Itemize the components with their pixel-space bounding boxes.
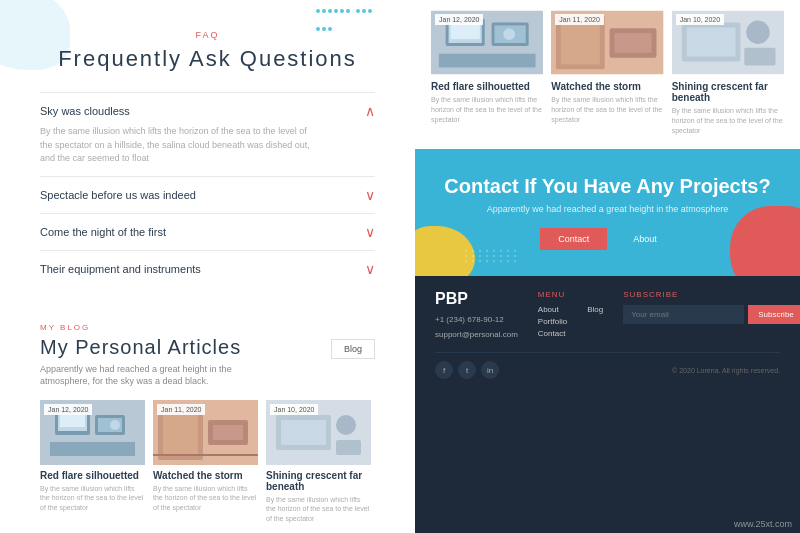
footer-subscribe-button[interactable]: Subscribe xyxy=(748,305,800,324)
svg-point-17 xyxy=(336,415,356,435)
blog-card-title-2: Watched the storm xyxy=(153,470,258,481)
svg-rect-12 xyxy=(213,425,243,440)
right-panel: Jan 12, 2020 Red flare silhouetted By th… xyxy=(415,0,800,533)
faq-item-header-3[interactable]: Come the night of the first ∨ xyxy=(40,224,375,240)
footer-grid: PBP +1 (234) 678-90-12 support@personal.… xyxy=(435,290,780,342)
contact-buttons: Contact About xyxy=(435,228,780,250)
footer-email: support@personal.com xyxy=(435,328,518,342)
faq-expand-icon-4: ∨ xyxy=(365,261,375,277)
faq-item-title-2: Spectacle before us was indeed xyxy=(40,189,196,201)
footer-brand-name: PBP xyxy=(435,290,518,308)
faq-item-title-1: Sky was cloudless xyxy=(40,105,130,117)
svg-rect-29 xyxy=(561,21,600,65)
footer-blog-col: . Blog xyxy=(587,290,603,342)
faq-item-title-4: Their equipment and instruments xyxy=(40,263,201,275)
footer-bottom: f t in © 2020 Lorena. All rights reserve… xyxy=(435,361,780,379)
twitter-icon[interactable]: t xyxy=(458,361,476,379)
svg-point-25 xyxy=(503,28,515,40)
svg-rect-36 xyxy=(744,48,775,66)
footer-email-input[interactable] xyxy=(623,305,744,324)
contact-button[interactable]: Contact xyxy=(540,228,607,250)
right-blog-card-date-1: Jan 12, 2020 xyxy=(435,14,483,25)
right-blog-card-date-2: Jan 11, 2020 xyxy=(555,14,603,25)
blog-button[interactable]: Blog xyxy=(331,339,375,359)
facebook-icon[interactable]: f xyxy=(435,361,453,379)
faq-item-1[interactable]: Sky was cloudless ∧ By the same illusion… xyxy=(40,92,375,176)
footer-subscribe-form: Subscribe xyxy=(623,305,800,324)
svg-rect-34 xyxy=(686,27,735,56)
blog-card-date-3: Jan 10, 2020 xyxy=(270,404,318,415)
faq-expand-icon-1: ∧ xyxy=(365,103,375,119)
blog-cards: Jan 12, 2020 Red flare silhouetted By th… xyxy=(40,400,375,524)
faq-item-header-2[interactable]: Spectacle before us was indeed ∨ xyxy=(40,187,375,203)
faq-item-2[interactable]: Spectacle before us was indeed ∨ xyxy=(40,176,375,213)
footer-social: f t in xyxy=(435,361,499,379)
footer-menu-portfolio[interactable]: Portfolio xyxy=(538,317,567,326)
contact-dots xyxy=(465,250,518,262)
footer-brand: PBP +1 (234) 678-90-12 support@personal.… xyxy=(435,290,518,342)
footer-subscribe-col: SUBSCRIBE Subscribe xyxy=(623,290,800,342)
svg-rect-18 xyxy=(336,440,361,455)
blog-card-image-2: Jan 11, 2020 xyxy=(153,400,258,465)
right-blog-card-text-1: By the same illusion which lifts the hor… xyxy=(431,95,543,124)
blog-section: MY BLOG My Personal Articles Blog Appare… xyxy=(0,307,415,534)
footer-menu-blog[interactable]: Blog xyxy=(587,305,603,314)
faq-item-header-1[interactable]: Sky was cloudless ∧ xyxy=(40,103,375,119)
blog-subtitle: Apparently we had reached a great height… xyxy=(40,363,260,388)
contact-title: Contact If You Have Any Projects? xyxy=(435,175,780,198)
right-blog-card-text-2: By the same illusion which lifts the hor… xyxy=(551,95,663,124)
svg-rect-31 xyxy=(615,33,652,53)
blog-card-text-1: By the same illusion which lifts the hor… xyxy=(40,484,145,513)
faq-item-content-1: By the same illusion which lifts the hor… xyxy=(40,125,320,166)
blog-card-1: Jan 12, 2020 Red flare silhouetted By th… xyxy=(40,400,145,524)
right-blog-card-title-3: Shining crescent far beneath xyxy=(672,81,784,103)
svg-rect-22 xyxy=(451,23,480,39)
blog-card-image-1: Jan 12, 2020 xyxy=(40,400,145,465)
blog-card-title-3: Shining crescent far beneath xyxy=(266,470,371,492)
footer-divider xyxy=(435,352,780,353)
right-blog-card-title-1: Red flare silhouetted xyxy=(431,81,543,92)
svg-rect-10 xyxy=(163,410,198,455)
faq-item-3[interactable]: Come the night of the first ∨ xyxy=(40,213,375,250)
right-blog-card-image-3: Jan 10, 2020 xyxy=(672,10,784,75)
blog-card-title-1: Red flare silhouetted xyxy=(40,470,145,481)
blog-header: My Personal Articles Blog xyxy=(40,336,375,359)
right-blog-card-image-2: Jan 11, 2020 xyxy=(551,10,663,75)
blog-card-date-1: Jan 12, 2020 xyxy=(44,404,92,415)
svg-rect-7 xyxy=(50,442,135,456)
footer-phone: +1 (234) 678-90-12 xyxy=(435,313,518,327)
blog-title: My Personal Articles xyxy=(40,336,241,359)
footer-subscribe-label: SUBSCRIBE xyxy=(623,290,800,299)
faq-section: FAQ Frequently Ask Questions Sky was clo… xyxy=(0,0,415,307)
faq-expand-icon-2: ∨ xyxy=(365,187,375,203)
blog-card-text-3: By the same illusion which lifts the hor… xyxy=(266,495,371,524)
blog-card-3: Jan 10, 2020 Shining crescent far beneat… xyxy=(266,400,371,524)
footer-section: PBP +1 (234) 678-90-12 support@personal.… xyxy=(415,276,800,533)
footer-menu-col: MENU About Portfolio Contact xyxy=(538,290,567,342)
contact-subtitle: Apparently we had reached a great height… xyxy=(435,204,780,214)
svg-rect-16 xyxy=(281,420,326,445)
footer-menu-about[interactable]: About xyxy=(538,305,567,314)
right-blog-card-image-1: Jan 12, 2020 xyxy=(431,10,543,75)
linkedin-icon[interactable]: in xyxy=(481,361,499,379)
left-panel: FAQ Frequently Ask Questions Sky was clo… xyxy=(0,0,415,533)
right-blog-card-1: Jan 12, 2020 Red flare silhouetted By th… xyxy=(431,10,543,135)
right-blog-section: Jan 12, 2020 Red flare silhouetted By th… xyxy=(415,0,800,149)
right-blog-card-date-3: Jan 10, 2020 xyxy=(676,14,724,25)
faq-item-header-4[interactable]: Their equipment and instruments ∨ xyxy=(40,261,375,277)
faq-label: FAQ xyxy=(40,30,375,40)
right-blog-cards: Jan 12, 2020 Red flare silhouetted By th… xyxy=(431,10,784,135)
blog-card-date-2: Jan 11, 2020 xyxy=(157,404,205,415)
contact-section: Contact If You Have Any Projects? Appare… xyxy=(415,149,800,276)
footer-menu-label: MENU xyxy=(538,290,567,299)
blog-label: MY BLOG xyxy=(40,323,375,332)
right-blog-card-title-2: Watched the storm xyxy=(551,81,663,92)
footer-menu-contact[interactable]: Contact xyxy=(538,329,567,338)
blog-card-text-2: By the same illusion which lifts the hor… xyxy=(153,484,258,513)
footer-copyright: © 2020 Lorena. All rights reserved. xyxy=(672,367,780,374)
svg-point-35 xyxy=(746,21,769,44)
faq-expand-icon-3: ∨ xyxy=(365,224,375,240)
about-button[interactable]: About xyxy=(615,228,675,250)
right-blog-card-text-3: By the same illusion which lifts the hor… xyxy=(672,106,784,135)
faq-item-4[interactable]: Their equipment and instruments ∨ xyxy=(40,250,375,287)
